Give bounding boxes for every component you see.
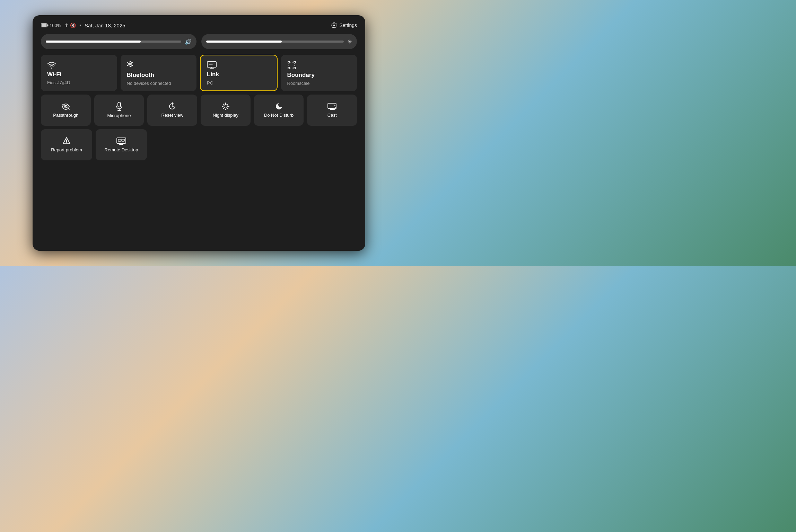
remote-desktop-label: Remote Desktop [105, 147, 138, 152]
night-display-label: Night display [213, 113, 238, 118]
volume-track [46, 41, 181, 43]
svg-point-14 [333, 108, 335, 110]
do-not-disturb-tile[interactable]: Do Not Disturb [254, 95, 304, 126]
passthrough-icon [62, 103, 70, 110]
brightness-track [206, 41, 344, 43]
svg-rect-6 [288, 67, 290, 69]
link-icon [207, 61, 271, 69]
status-icons: ⬆ 🔇 [64, 23, 76, 28]
boundary-tile[interactable]: Boundary Roomscale [281, 55, 357, 91]
passthrough-label: Passthrough [53, 113, 78, 118]
small-tiles-row: Passthrough Microphone Re [41, 95, 357, 126]
svg-rect-9 [118, 102, 121, 107]
separator-dot: • [79, 23, 81, 28]
battery-percent: 100% [50, 23, 61, 28]
microphone-label: Microphone [107, 113, 131, 118]
reset-view-icon [168, 102, 176, 111]
do-not-disturb-label: Do Not Disturb [264, 113, 294, 118]
datetime: Sat, Jan 18, 2025 [85, 23, 125, 28]
bluetooth-subtitle: No devices connected [127, 81, 191, 86]
boundary-subtitle: Roomscale [287, 81, 351, 86]
report-problem-tile[interactable]: Report problem [41, 129, 92, 160]
volume-icon: 🔊 [185, 38, 192, 45]
svg-rect-4 [288, 61, 290, 63]
report-problem-icon [62, 137, 71, 145]
svg-rect-18 [118, 139, 121, 141]
microphone-tile[interactable]: Microphone [94, 95, 144, 126]
top-bar: 100% ⬆ 🔇 • Sat, Jan 18, 2025 Settings [41, 22, 357, 28]
svg-rect-7 [294, 67, 296, 69]
sliders-row: 🔊 ☀ [41, 34, 357, 49]
reset-view-label: Reset view [161, 113, 183, 118]
wifi-title: Wi-Fi [47, 71, 111, 78]
night-display-icon [221, 102, 230, 111]
svg-point-12 [224, 105, 227, 108]
svg-point-16 [66, 142, 67, 143]
svg-rect-1 [42, 24, 47, 27]
quick-settings-panel: 100% ⬆ 🔇 • Sat, Jan 18, 2025 Settings 🔊 [33, 15, 365, 251]
wifi-icon [47, 61, 111, 69]
top-bar-left: 100% ⬆ 🔇 • Sat, Jan 18, 2025 [41, 23, 125, 28]
wifi-tile[interactable]: Wi-Fi Fios-J7g4D [41, 55, 117, 91]
bluetooth-title: Bluetooth [127, 72, 191, 79]
remote-desktop-tile[interactable]: Remote Desktop [96, 129, 147, 160]
boundary-icon [287, 61, 351, 70]
link-tile[interactable]: Link PC [200, 55, 278, 91]
brightness-icon: ☀ [347, 38, 352, 45]
svg-rect-19 [122, 139, 124, 141]
cast-label: Cast [327, 113, 337, 118]
wifi-subtitle: Fios-J7g4D [47, 80, 111, 85]
svg-rect-2 [47, 25, 49, 26]
volume-slider-container[interactable]: 🔊 [41, 34, 196, 49]
battery-indicator: 100% [41, 23, 61, 28]
brightness-slider-container[interactable]: ☀ [201, 34, 357, 49]
link-title: Link [207, 71, 271, 78]
bluetooth-tile[interactable]: Bluetooth No devices connected [121, 55, 197, 91]
cast-tile[interactable]: Cast [307, 95, 357, 126]
link-subtitle: PC [207, 80, 271, 86]
settings-label: Settings [339, 23, 357, 28]
night-display-tile[interactable]: Night display [201, 95, 251, 126]
settings-button[interactable]: Settings [331, 22, 357, 28]
cast-icon [327, 102, 336, 110]
passthrough-tile[interactable]: Passthrough [41, 95, 91, 126]
main-tiles-row: Wi-Fi Fios-J7g4D Bluetooth No devices co… [41, 55, 357, 91]
report-problem-label: Report problem [51, 147, 82, 152]
bottom-tiles-row: Report problem Remote Desktop [41, 129, 357, 160]
remote-desktop-icon [116, 137, 126, 145]
microphone-icon [116, 102, 122, 111]
bluetooth-icon [127, 61, 191, 70]
do-not-disturb-icon [275, 102, 283, 111]
reset-view-tile[interactable]: Reset view [147, 95, 197, 126]
boundary-title: Boundary [287, 72, 351, 79]
svg-rect-5 [294, 61, 296, 63]
